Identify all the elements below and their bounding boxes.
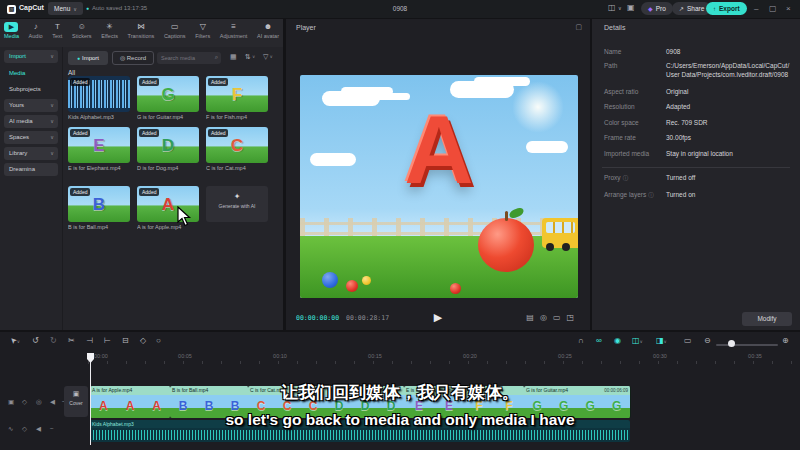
filter-icon[interactable]: ▽∨ bbox=[263, 53, 273, 61]
menu-button[interactable]: Menu∨ bbox=[48, 2, 83, 15]
details-panel-title: Details bbox=[604, 24, 625, 31]
added-badge: Added bbox=[208, 78, 228, 86]
divider bbox=[602, 167, 790, 168]
media-item-c-cat[interactable]: Added C C is for Cat.mp4 bbox=[206, 127, 268, 171]
media-item-b-ball[interactable]: Added B B is for Ball.mp4 bbox=[68, 186, 130, 230]
layout-toggle-icon[interactable]: ◫ bbox=[608, 3, 616, 12]
media-icon: ▶ bbox=[4, 21, 19, 33]
freeze-frame-icon[interactable]: ◇ bbox=[140, 336, 146, 345]
added-badge: Added bbox=[70, 188, 90, 196]
object-tracking-icon[interactable]: ◎ bbox=[540, 313, 553, 322]
tab-adjustment[interactable]: ≡Adjustment bbox=[220, 21, 248, 47]
aspect-ratio-icon[interactable]: ▭ bbox=[553, 313, 567, 322]
ruler-ticks bbox=[88, 361, 800, 364]
media-sidebar: Import∨ Media Subprojects Yours∨ AI medi… bbox=[0, 47, 63, 330]
chevron-down-icon: ∨ bbox=[50, 131, 54, 144]
record-button[interactable]: ◎ Record bbox=[112, 51, 154, 65]
app-name: CapCut bbox=[19, 4, 44, 11]
filters-icon: ▽ bbox=[195, 21, 210, 33]
minimize-icon[interactable]: – bbox=[754, 4, 758, 13]
maximize-icon[interactable]: ▢ bbox=[769, 4, 777, 13]
zoom-slider-handle[interactable] bbox=[728, 340, 735, 347]
autosave-status: ●Auto saved 13:17:35 bbox=[86, 5, 147, 11]
search-input[interactable]: Search media ⌕ bbox=[157, 52, 221, 64]
waveform-icon bbox=[90, 430, 630, 440]
tab-ai-avatar[interactable]: ☻AI avatar bbox=[257, 21, 279, 47]
tab-audio[interactable]: ♪Audio bbox=[29, 21, 43, 47]
media-item-g-guitar[interactable]: Added G G is for Guitar.mp4 bbox=[137, 76, 199, 120]
tab-effects[interactable]: ✳Effects bbox=[101, 21, 118, 47]
sidebar-item-media[interactable]: Media bbox=[4, 67, 58, 80]
export-label: Export bbox=[719, 5, 740, 12]
video-thumbnail: Added F bbox=[206, 76, 268, 112]
chevron-down-icon[interactable]: ∨ bbox=[618, 5, 622, 11]
voiceover-icon[interactable]: ∩ bbox=[578, 336, 584, 345]
panel-expand-icon[interactable]: ▢ bbox=[575, 23, 582, 31]
delete-left-icon[interactable]: ⊣ bbox=[86, 336, 93, 345]
sidebar-item-import[interactable]: Import∨ bbox=[4, 50, 58, 63]
sidebar-item-spaces[interactable]: Spaces∨ bbox=[4, 131, 58, 144]
import-button[interactable]: ●Import bbox=[68, 51, 108, 65]
close-icon[interactable]: × bbox=[786, 4, 791, 13]
tab-media[interactable]: ▶Media bbox=[4, 21, 19, 47]
media-item-e-elephant[interactable]: Added E E is for Elephant.mp4 bbox=[68, 127, 130, 171]
sidebar-item-yours[interactable]: Yours∨ bbox=[4, 99, 58, 112]
tab-stickers[interactable]: ☺Stickers bbox=[72, 21, 92, 47]
details-row-name: Name 0908 bbox=[604, 48, 790, 57]
sidebar-item-ai-media[interactable]: AI media∨ bbox=[4, 115, 58, 128]
zoom-in-icon[interactable]: ⊕ bbox=[782, 336, 789, 345]
tab-filters[interactable]: ▽Filters bbox=[195, 21, 210, 47]
tab-captions[interactable]: ▭Captions bbox=[164, 21, 186, 47]
link-icon[interactable]: ∞ bbox=[596, 336, 602, 345]
media-item-kids-alphabet[interactable]: Added Kids Alphabet.mp3 bbox=[68, 76, 130, 120]
tab-transitions[interactable]: ⋈Transitions bbox=[128, 21, 155, 47]
layout-grid-icon[interactable]: ▣ bbox=[627, 3, 635, 12]
display-mode-icon[interactable]: ▤ bbox=[526, 313, 540, 322]
export-button[interactable]: ↑Export bbox=[706, 2, 747, 15]
generate-with-ai-button[interactable]: ✦ Generate with AI bbox=[206, 186, 268, 222]
split-icon[interactable]: ✂ bbox=[68, 336, 75, 345]
delete-icon[interactable]: ⊟ bbox=[122, 336, 129, 345]
redo-icon[interactable]: ↻ bbox=[50, 336, 57, 345]
stickers-icon: ☺ bbox=[72, 21, 92, 33]
undo-icon[interactable]: ↺ bbox=[32, 336, 39, 345]
all-filter-label[interactable]: All bbox=[68, 69, 75, 76]
video-thumbnail: Added B bbox=[68, 186, 130, 222]
subtitle-chinese: 让我们回到媒体，我只有媒体。 bbox=[0, 381, 800, 404]
pro-button[interactable]: ◆Pro bbox=[641, 2, 673, 15]
media-item-d-dog[interactable]: Added D D is for Dog.mp4 bbox=[137, 127, 199, 171]
fullscreen-icon[interactable]: ◳ bbox=[566, 313, 580, 322]
zoom-out-icon[interactable]: ⊖ bbox=[704, 336, 711, 345]
sidebar-item-dreamina[interactable]: Dreamina bbox=[4, 163, 58, 176]
media-item-f-fish[interactable]: Added F F is for Fish.mp4 bbox=[206, 76, 268, 120]
details-row-resolution: Resolution Adapted bbox=[604, 103, 790, 112]
select-tool-icon[interactable]: ➤∨ bbox=[10, 336, 20, 345]
video-preview[interactable]: A bbox=[300, 75, 578, 298]
autosave-text: Auto saved 13:17:35 bbox=[92, 5, 147, 11]
magnet-icon[interactable]: ◉ bbox=[614, 336, 621, 345]
ball-graphic bbox=[450, 283, 461, 294]
media-library: ●Import ◎ Record Search media ⌕ ▦ ⇅∨ ▽∨ … bbox=[62, 47, 283, 330]
video-thumbnail: Added D bbox=[137, 127, 199, 163]
info-icon: ⓘ bbox=[623, 175, 629, 181]
keyframe-icon[interactable]: ○ bbox=[156, 336, 161, 345]
modify-button[interactable]: Modify bbox=[742, 312, 792, 326]
sidebar-item-library[interactable]: Library∨ bbox=[4, 147, 58, 160]
ribbon-tabs: ▶Media ♪Audio TText ☺Stickers ✳Effects ⋈… bbox=[0, 19, 283, 47]
grid-view-icon[interactable]: ▦ bbox=[230, 53, 237, 61]
preview-axis-icon[interactable]: ▭ bbox=[684, 336, 692, 345]
player-panel: Player ▢ A 00:00:00:00 00:00:28 bbox=[286, 19, 590, 330]
mouse-cursor bbox=[177, 206, 192, 227]
autosave-dot-icon: ● bbox=[86, 5, 89, 11]
media-panel: ▶Media ♪Audio TText ☺Stickers ✳Effects ⋈… bbox=[0, 19, 283, 330]
tab-text[interactable]: TText bbox=[52, 21, 62, 47]
sidebar-item-subprojects[interactable]: Subprojects bbox=[4, 83, 58, 96]
delete-right-icon[interactable]: ⊢ bbox=[104, 336, 111, 345]
titlebar: ▧CapCut Menu∨ ●Auto saved 13:17:35 0908 … bbox=[0, 0, 800, 18]
search-icon[interactable]: ⌕ bbox=[215, 54, 218, 61]
snap-dropdown-icon[interactable]: ◫∨ bbox=[632, 336, 643, 345]
zoom-slider[interactable] bbox=[716, 344, 778, 346]
sort-icon[interactable]: ⇅∨ bbox=[245, 53, 255, 61]
preview-dropdown-icon[interactable]: ◨∨ bbox=[656, 336, 667, 345]
timeline-ruler[interactable]: 00:00 00:05 00:10 00:15 00:20 00:25 00:3… bbox=[88, 353, 800, 365]
